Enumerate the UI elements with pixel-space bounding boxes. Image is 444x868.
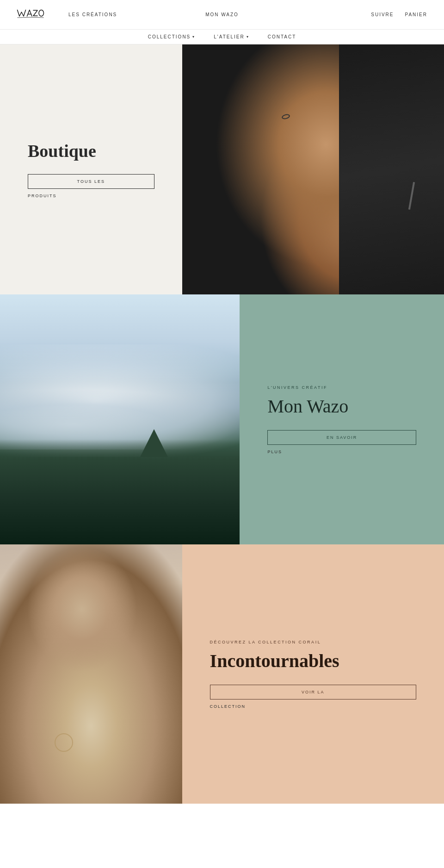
corail-subtitle: DÉCOUVREZ LA COLLECTION CORAIL xyxy=(210,640,416,644)
corail-image-panel xyxy=(0,544,182,804)
section-boutique: Boutique TOUS LES PRODUITS xyxy=(0,44,444,294)
wazo-button-line1: EN SAVOIR xyxy=(327,435,357,440)
wazo-text-panel: L'UNIVERS CRÉATIF Mon Wazo EN SAVOIR PLU… xyxy=(240,294,444,544)
boutique-button[interactable]: TOUS LES xyxy=(28,174,154,189)
corail-button-line2: COLLECTION xyxy=(210,704,416,709)
wazo-subtitle: L'UNIVERS CRÉATIF xyxy=(267,385,416,390)
wazo-button-line2: PLUS xyxy=(267,450,416,454)
boutique-background-image xyxy=(182,44,444,294)
wazo-button[interactable]: EN SAVOIR xyxy=(267,430,416,445)
wazo-image-panel xyxy=(0,294,240,544)
boutique-title: Boutique xyxy=(28,141,154,161)
svg-point-0 xyxy=(39,10,44,16)
sub-nav-latelier[interactable]: L'ATELIER ▾ xyxy=(214,34,249,39)
header-right: SUIVRE PANIER xyxy=(371,12,427,17)
nav-panier[interactable]: PANIER xyxy=(405,12,428,17)
section-wazo: L'UNIVERS CRÉATIF Mon Wazo EN SAVOIR PLU… xyxy=(0,294,444,544)
logo[interactable] xyxy=(17,8,44,22)
nav-suivre[interactable]: SUIVRE xyxy=(371,12,394,17)
sub-nav-latelier-label: L'ATELIER xyxy=(214,34,244,39)
nav-les-creations[interactable]: LES CRÉATIONS xyxy=(61,12,124,17)
header-left: LES CRÉATIONS xyxy=(17,8,124,22)
sub-nav-contact[interactable]: CONTACT xyxy=(268,34,296,39)
boutique-image-panel xyxy=(182,44,444,294)
corail-button-line1: VOIR LA xyxy=(302,690,325,694)
header: LES CRÉATIONS MON WAZO SUIVRE PANIER xyxy=(0,0,444,30)
woman-overlay xyxy=(0,544,182,804)
corail-button[interactable]: VOIR LA xyxy=(210,685,416,699)
wazo-title: Mon Wazo xyxy=(267,395,416,417)
chevron-down-icon: ▾ xyxy=(192,35,195,39)
boutique-button-line2: PRODUITS xyxy=(28,194,154,198)
sub-nav-collections-label: COLLECTIONS xyxy=(148,34,191,39)
chevron-down-icon: ▾ xyxy=(247,35,249,39)
hair-overlay xyxy=(339,44,444,294)
nav-mon-wazo[interactable]: MON WAZO xyxy=(205,12,239,17)
section-corail: DÉCOUVREZ LA COLLECTION CORAIL Incontour… xyxy=(0,544,444,804)
mountain-background xyxy=(0,294,240,544)
boutique-button-line1: TOUS LES xyxy=(77,179,105,184)
sub-nav-collections[interactable]: COLLECTIONS ▾ xyxy=(148,34,196,39)
woman-background xyxy=(0,544,182,804)
necklace-decoration xyxy=(55,733,73,752)
sub-nav-contact-label: CONTACT xyxy=(268,34,296,39)
sub-nav: COLLECTIONS ▾ L'ATELIER ▾ CONTACT xyxy=(0,30,444,44)
corail-title: Incontournables xyxy=(210,650,416,672)
corail-text-panel: DÉCOUVREZ LA COLLECTION CORAIL Incontour… xyxy=(182,544,444,804)
forest-layer xyxy=(0,439,240,544)
boutique-text-panel: Boutique TOUS LES PRODUITS xyxy=(0,44,182,294)
